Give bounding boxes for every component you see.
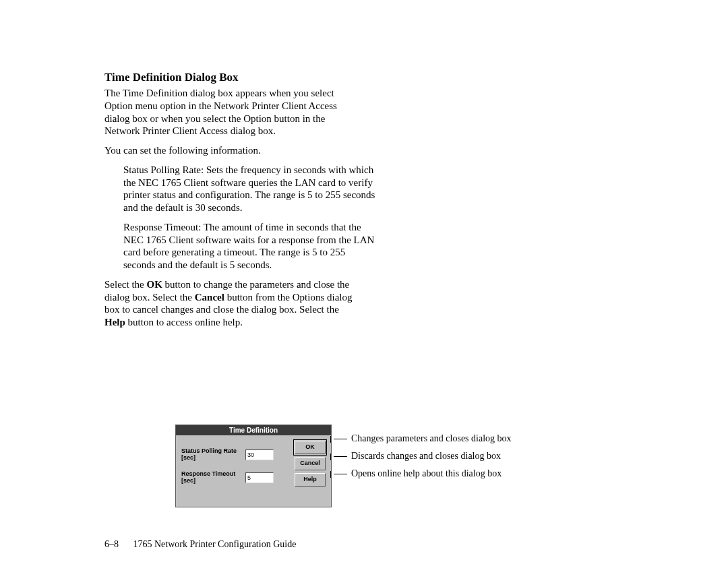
callout-help: Opens online help about this dialog box xyxy=(334,465,512,482)
response-timeout-label: Response Timeout [sec] xyxy=(181,471,245,485)
callout-cancel: Discards changes and closes dialog box xyxy=(334,447,512,465)
page-number: 6–8 xyxy=(104,539,119,549)
cancel-ref: Cancel xyxy=(195,292,224,303)
time-definition-dialog: Time Definition Status Polling Rate [sec… xyxy=(175,425,332,507)
section-heading: Time Definition Dialog Box xyxy=(104,71,630,84)
dialog-titlebar: Time Definition xyxy=(176,425,331,435)
help-ref: Help xyxy=(104,317,125,327)
bullet-polling-rate: Status Polling Rate: Sets the frequency … xyxy=(123,164,380,214)
polling-rate-input[interactable]: 30 xyxy=(245,449,274,460)
intro-paragraph: The Time Definition dialog box appears w… xyxy=(104,87,361,137)
instructions-paragraph: Select the OK button to change the param… xyxy=(104,278,361,329)
bullet-response-timeout: Response Timeout: The amount of time in … xyxy=(123,221,380,272)
response-timeout-input[interactable]: 5 xyxy=(245,472,274,483)
cancel-button[interactable]: Cancel xyxy=(295,457,326,470)
ok-ref: OK xyxy=(146,279,162,290)
page-footer: 6–8 1765 Network Printer Configuration G… xyxy=(104,539,296,550)
footer-title: 1765 Network Printer Configuration Guide xyxy=(133,539,297,549)
polling-rate-label: Status Polling Rate [sec] xyxy=(181,448,245,462)
ok-button[interactable]: OK xyxy=(295,441,326,454)
help-button[interactable]: Help xyxy=(295,473,326,487)
lead-paragraph: You can set the following information. xyxy=(104,144,361,157)
callout-ok: Changes parameters and closes dialog box xyxy=(334,430,512,447)
